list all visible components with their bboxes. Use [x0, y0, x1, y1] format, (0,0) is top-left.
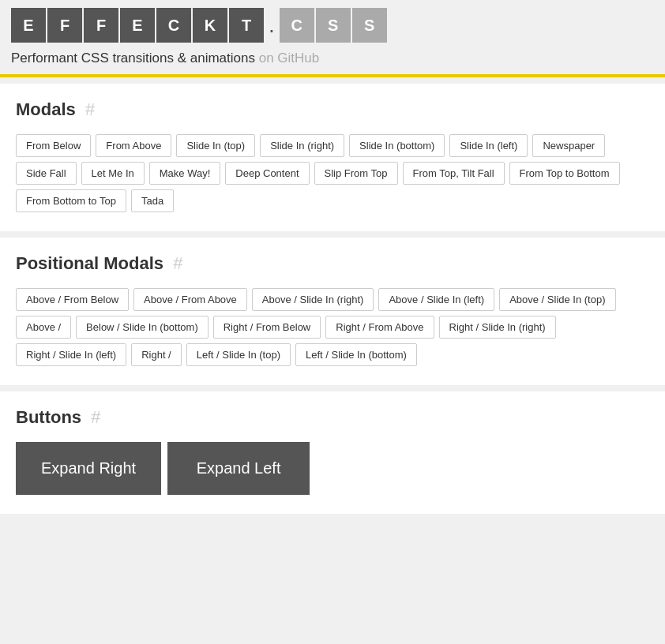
positional-modals-title: Positional Modals # — [16, 253, 649, 274]
modal-newspaper[interactable]: Newspaper — [532, 134, 605, 157]
buttons-section: Buttons # Expand Right Expand Left — [0, 391, 665, 514]
modals-hash[interactable]: # — [85, 99, 95, 119]
positional-hash[interactable]: # — [173, 253, 182, 273]
pos-above-slide-in-top[interactable]: Above / Slide In (top) — [499, 288, 615, 311]
modal-from-top-tilt-fall[interactable]: From Top, Tilt Fall — [403, 162, 505, 185]
logo-s2: S — [352, 8, 387, 43]
modal-slide-in-bottom[interactable]: Slide In (bottom) — [349, 134, 445, 157]
tagline: Performant CSS transitions & animations … — [11, 51, 654, 74]
pos-right-from-above[interactable]: Right / From Above — [325, 316, 434, 339]
pos-left-slide-in-bottom[interactable]: Left / Slide In (bottom) — [295, 343, 417, 366]
positional-modals-section: Positional Modals # Above / From Below A… — [0, 238, 665, 385]
modal-from-below[interactable]: From Below — [16, 134, 91, 157]
modals-section: Modals # From Below From Above Slide In … — [0, 84, 665, 231]
pos-right-from-below[interactable]: Right / From Below — [213, 316, 321, 339]
modal-slide-in-right[interactable]: Slide In (right) — [260, 134, 344, 157]
pos-right-more[interactable]: Right / — [131, 343, 182, 366]
buttons-title: Buttons # — [16, 407, 649, 428]
logo-e: E — [11, 8, 46, 43]
big-btn-row: Expand Right Expand Left — [16, 442, 649, 495]
positional-btn-group: Above / From Below Above / From Above Ab… — [16, 288, 649, 366]
pos-above-from-below[interactable]: Above / From Below — [16, 288, 129, 311]
pos-above-more[interactable]: Above / — [16, 316, 71, 339]
pos-left-slide-in-top[interactable]: Left / Slide In (top) — [186, 343, 291, 366]
pos-above-slide-in-right[interactable]: Above / Slide In (right) — [252, 288, 374, 311]
pos-above-from-above[interactable]: Above / From Above — [133, 288, 247, 311]
buttons-hash[interactable]: # — [91, 407, 100, 427]
pos-above-slide-in-left[interactable]: Above / Slide In (left) — [378, 288, 494, 311]
modal-from-above[interactable]: From Above — [96, 134, 171, 157]
modals-btn-group: From Below From Above Slide In (top) Sli… — [16, 134, 649, 212]
modal-side-fall[interactable]: Side Fall — [16, 162, 77, 185]
expand-left-button[interactable]: Expand Left — [167, 442, 310, 495]
logo-row: E F F E C K T . C S S — [11, 8, 654, 43]
logo-c1: C — [156, 8, 191, 43]
pos-below-slide-in-bottom[interactable]: Below / Slide In (bottom) — [76, 316, 209, 339]
modal-from-bottom-to-top[interactable]: From Bottom to Top — [16, 189, 126, 212]
modal-slide-in-top[interactable]: Slide In (top) — [176, 134, 255, 157]
logo-dot: . — [269, 13, 275, 38]
logo-e2: E — [120, 8, 155, 43]
pos-right-slide-in-left[interactable]: Right / Slide In (left) — [16, 343, 126, 366]
logo-f1: F — [47, 8, 82, 43]
modal-tada[interactable]: Tada — [131, 189, 174, 212]
modal-make-way[interactable]: Make Way! — [149, 162, 221, 185]
logo-c2: C — [280, 8, 314, 43]
logo-s1: S — [316, 8, 351, 43]
github-link[interactable]: on GitHub — [259, 51, 320, 66]
modals-title: Modals # — [16, 99, 649, 120]
logo-t2: T — [229, 8, 264, 43]
header: E F F E C K T . C S S Performant CSS tra… — [0, 0, 665, 77]
pos-right-slide-in-right[interactable]: Right / Slide In (right) — [439, 316, 556, 339]
modal-deep-content[interactable]: Deep Content — [225, 162, 309, 185]
tagline-text: Performant CSS transitions & animations — [11, 51, 255, 66]
modal-slide-in-left[interactable]: Slide In (left) — [449, 134, 528, 157]
modal-let-me-in[interactable]: Let Me In — [81, 162, 145, 185]
logo-f2: F — [84, 8, 118, 43]
modal-from-top-to-bottom[interactable]: From Top to Bottom — [509, 162, 620, 185]
expand-right-button[interactable]: Expand Right — [16, 442, 161, 495]
logo-t1: K — [193, 8, 227, 43]
modal-slip-from-top[interactable]: Slip From Top — [314, 162, 398, 185]
